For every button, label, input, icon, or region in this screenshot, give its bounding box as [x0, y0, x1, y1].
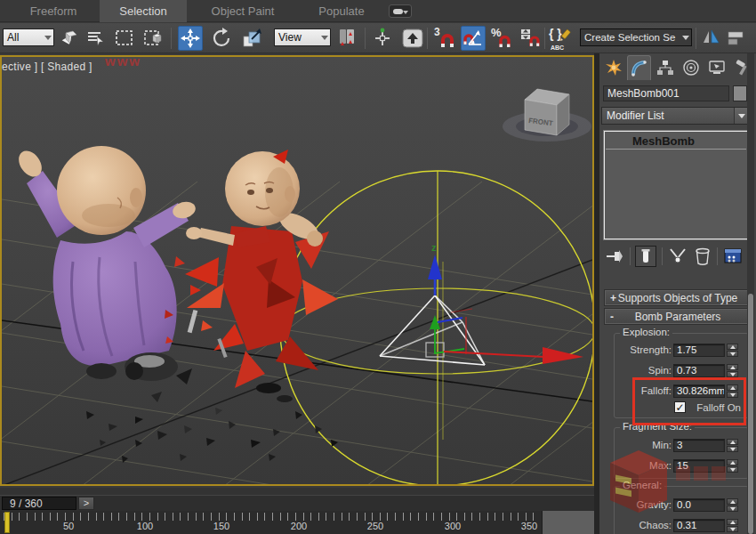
keycap-up-arrow-icon: [401, 27, 424, 50]
next-frame-button[interactable]: >: [78, 497, 94, 510]
magnet-icon: [496, 33, 516, 53]
configure-modifier-sets-button[interactable]: [722, 246, 744, 267]
tick-label: 350: [521, 521, 537, 531]
tick-label: 300: [445, 521, 461, 531]
motion-icon: [682, 59, 700, 77]
use-pivot-center-button[interactable]: [334, 26, 359, 51]
pin-stack-button[interactable]: [605, 246, 626, 267]
named-selection-set-dropdown[interactable]: Create Selection Se: [580, 28, 692, 46]
explosion-group: Explosion: Strength: 1.75 Spin: 0.73 Fal…: [614, 333, 749, 418]
reference-coordinate-dropdown[interactable]: View: [274, 28, 331, 46]
angle-snap-button[interactable]: [461, 26, 486, 51]
track-bar-ticks: [4, 513, 539, 521]
object-color-swatch[interactable]: [733, 85, 747, 101]
show-end-result-button[interactable]: [635, 246, 656, 267]
rollout-bomb-parameters[interactable]: - Bomb Parameters: [605, 309, 751, 324]
max-input[interactable]: 15: [673, 459, 725, 473]
select-object-button[interactable]: [57, 26, 82, 51]
tab-object-paint[interactable]: Object Paint: [190, 0, 295, 22]
chaos-spinner[interactable]: [727, 519, 738, 532]
display-icon: [708, 59, 726, 77]
motion-tab[interactable]: [679, 55, 703, 80]
modifier-stack-item[interactable]: MeshBomb: [606, 134, 746, 150]
modify-tab[interactable]: [627, 55, 651, 80]
current-frame-marker[interactable]: [4, 512, 10, 533]
snap-toggle-button[interactable]: 3: [432, 26, 457, 51]
z-axis-label: z: [431, 242, 437, 253]
manipulate-cross-icon: [371, 27, 394, 50]
align-icon: [725, 27, 748, 50]
dashed-rect-cube-icon: [142, 28, 164, 49]
rotate-tool-button[interactable]: [210, 26, 235, 51]
tick-label: 150: [213, 521, 229, 531]
strength-spinner[interactable]: [727, 344, 738, 357]
window-crossing-button[interactable]: [141, 26, 165, 51]
selection-filter-dropdown[interactable]: All: [3, 28, 54, 46]
tab-selection[interactable]: Selection: [100, 0, 187, 22]
tab-populate[interactable]: Populate: [297, 0, 386, 22]
max-spinner[interactable]: [727, 459, 738, 473]
merge-arrows-icon: [668, 247, 688, 266]
modifier-stack[interactable]: MeshBomb: [603, 130, 749, 240]
select-manipulate-button[interactable]: [370, 26, 395, 51]
min-spinner[interactable]: [727, 439, 738, 452]
tick-label: 200: [291, 521, 307, 531]
general-group: General: Gravity: 0.0 Chaos: 0.31: [614, 486, 749, 534]
chevron-down-icon: [321, 36, 328, 40]
falloff-spinner[interactable]: [727, 384, 738, 398]
hierarchy-icon: [656, 59, 674, 77]
test-tube-icon: [639, 248, 653, 264]
pencil-icon: [559, 28, 573, 43]
min-input[interactable]: 3: [673, 439, 725, 452]
modifier-list-dropdown[interactable]: Modifier List: [601, 107, 751, 125]
keyboard-override-button[interactable]: [400, 26, 425, 51]
create-tab[interactable]: [601, 55, 625, 80]
ribbon-tab-bar: Freeform Selection Object Paint Populate: [0, 0, 756, 22]
viewport-scene: FRONT: [2, 57, 592, 484]
viewport-label[interactable]: ective ] [ Shaded ]: [2, 61, 92, 73]
scale-tool-button[interactable]: [240, 26, 265, 51]
chevron-down-icon: [44, 36, 52, 40]
display-tab[interactable]: [704, 55, 728, 80]
move-tool-button[interactable]: [178, 26, 203, 51]
magnet-icon: [438, 31, 459, 53]
perspective-viewport[interactable]: FRONT: [0, 55, 594, 486]
strength-input[interactable]: 1.75: [673, 344, 725, 357]
selection-region-button[interactable]: [112, 26, 137, 51]
modify-icon: [630, 59, 649, 78]
rotate-icon: [211, 27, 234, 50]
make-unique-button[interactable]: [667, 246, 688, 267]
panel-scrollbar-thumb[interactable]: [748, 294, 753, 534]
falloff-input[interactable]: 30.826mm: [673, 384, 725, 398]
gravity-spinner[interactable]: [727, 498, 738, 512]
ribbon-overflow-button[interactable]: [389, 4, 412, 18]
remove-modifier-button[interactable]: [692, 246, 713, 267]
gravity-input[interactable]: 0.0: [673, 498, 725, 512]
mirror-button[interactable]: [699, 26, 724, 51]
falloff-on-checkbox[interactable]: ✓: [674, 401, 686, 413]
time-slider[interactable]: 9 / 360 >: [0, 495, 594, 511]
select-by-name-button[interactable]: [84, 26, 109, 51]
named-selection-sets-button[interactable]: { } ABC: [548, 26, 573, 51]
angle-magnet-icon: [462, 27, 485, 50]
command-panel: MeshBomb001 Modifier List MeshBomb: [594, 53, 756, 534]
fragment-size-group: Fragment Size: Min: 3 Max: 15: [614, 427, 749, 479]
rollout-supports-objects[interactable]: + Supports Objects of Type: [605, 290, 751, 305]
tab-freeform[interactable]: Freeform: [9, 0, 98, 22]
pin-icon: [606, 247, 625, 266]
percent-snap-button[interactable]: %: [489, 26, 514, 51]
align-button[interactable]: [724, 26, 749, 51]
track-bar[interactable]: 50 100 150 200 250 300 350: [0, 511, 594, 534]
time-slider-handle[interactable]: 9 / 360: [2, 497, 76, 510]
spin-spinner[interactable]: [727, 364, 738, 377]
main-toolbar: All www: [0, 23, 756, 53]
pivot-center-icon: [335, 27, 358, 50]
hierarchy-tab[interactable]: [653, 55, 677, 80]
spinner-snap-button[interactable]: [518, 26, 543, 51]
object-name-input[interactable]: MeshBomb001: [603, 85, 729, 101]
dashed-rect-icon: [114, 28, 135, 49]
select-cursor-icon: [59, 28, 80, 49]
spin-input[interactable]: 0.73: [673, 364, 725, 377]
list-cursor-icon: [85, 28, 107, 49]
chaos-input[interactable]: 0.31: [673, 519, 725, 532]
